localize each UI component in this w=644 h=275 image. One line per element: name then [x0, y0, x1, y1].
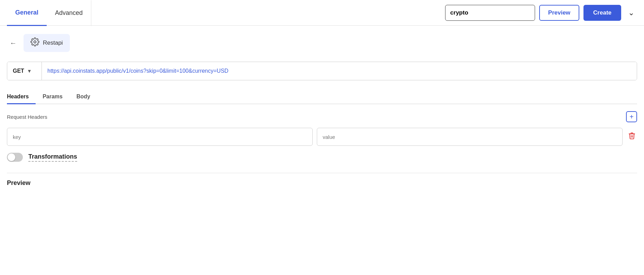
create-button[interactable]: Create: [583, 5, 621, 21]
tab-advanced[interactable]: Advanced: [47, 0, 91, 26]
restapi-label: Restapi: [43, 39, 63, 46]
top-bar: General Advanced Preview Create ⌄: [0, 0, 644, 26]
transformations-row: Transformations: [7, 153, 637, 162]
transformations-toggle[interactable]: [7, 153, 23, 162]
tab-params[interactable]: Params: [43, 91, 70, 104]
tab-headers[interactable]: Headers: [7, 91, 36, 104]
main-content: ← Restapi GET ▼ Headers Params Body Requ…: [0, 26, 644, 162]
request-headers-label: Request Headers: [7, 114, 47, 120]
add-header-button[interactable]: +: [626, 111, 637, 122]
key-input[interactable]: [7, 128, 313, 146]
transformations-label: Transformations: [28, 153, 77, 162]
restapi-icon: [30, 37, 39, 48]
preview-button[interactable]: Preview: [539, 5, 579, 21]
chevron-down-icon[interactable]: ⌄: [625, 8, 637, 17]
tab-body[interactable]: Body: [76, 91, 97, 104]
sub-tabs: Headers Params Body: [7, 90, 637, 104]
kv-row: [7, 128, 637, 146]
request-headers-section: Request Headers +: [7, 111, 637, 122]
tab-general[interactable]: General: [7, 0, 47, 26]
url-input[interactable]: [42, 62, 637, 80]
breadcrumb-row: ← Restapi: [7, 34, 637, 52]
delete-header-icon[interactable]: [627, 131, 637, 143]
search-input[interactable]: [445, 5, 535, 21]
back-arrow-icon[interactable]: ←: [7, 38, 19, 48]
method-select[interactable]: GET ▼: [7, 62, 42, 80]
top-bar-right: Preview Create ⌄: [445, 5, 637, 21]
method-chevron-icon: ▼: [27, 68, 32, 74]
preview-title: Preview: [7, 179, 30, 186]
value-input[interactable]: [317, 128, 623, 146]
preview-section: Preview: [7, 173, 637, 187]
url-row: GET ▼: [7, 62, 637, 80]
method-value: GET: [13, 68, 24, 74]
restapi-badge[interactable]: Restapi: [24, 34, 70, 52]
svg-point-0: [34, 41, 36, 43]
